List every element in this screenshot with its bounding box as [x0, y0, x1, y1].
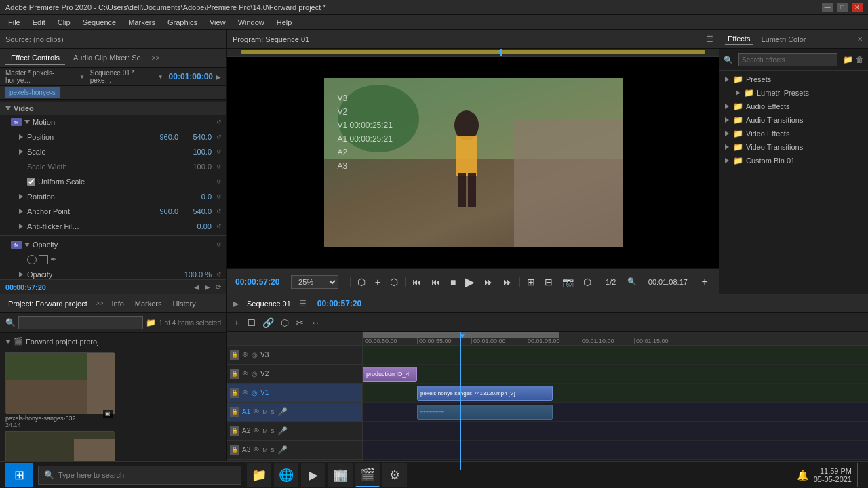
menu-view[interactable]: View: [204, 17, 231, 28]
ec-position-x[interactable]: 960.0: [148, 133, 178, 141]
prog-step-back[interactable]: ⏮: [429, 275, 443, 289]
taskbar-browser[interactable]: 🌐: [274, 463, 298, 487]
track-a3-m[interactable]: M: [262, 447, 268, 453]
effects-item-video-transitions[interactable]: 📁 Video Transitions: [719, 140, 868, 154]
effects-delete-icon[interactable]: 🗑: [856, 55, 864, 64]
effects-panel-close[interactable]: ✕: [857, 35, 863, 43]
tl-markers[interactable]: ⬡: [279, 316, 290, 329]
track-a2-eye[interactable]: 👁: [253, 427, 260, 434]
ec-motion-row[interactable]: fx Motion ↺: [0, 115, 226, 129]
taskbar-start-button[interactable]: ⊞: [5, 463, 33, 487]
track-a2-mic[interactable]: 🎤: [277, 426, 288, 436]
project-file-row[interactable]: 🎬 Forward project.prproj: [5, 336, 221, 347]
menu-edit[interactable]: Edit: [27, 17, 51, 28]
ec-pen-icon[interactable]: ✒: [50, 255, 57, 264]
ec-motion-reset[interactable]: ↺: [214, 117, 224, 127]
tab-effects[interactable]: Effects: [725, 33, 753, 45]
effects-item-presets[interactable]: 📁 Presets: [719, 73, 868, 86]
prog-add-marker[interactable]: +: [372, 275, 383, 289]
ec-bottom-btn3[interactable]: ⟳: [216, 283, 221, 291]
effects-new-folder-icon[interactable]: 📁: [843, 55, 853, 64]
tab-effect-controls[interactable]: Effect Controls: [5, 52, 65, 65]
taskbar-premiere[interactable]: 🎬: [355, 463, 380, 487]
track-v2-eye[interactable]: 👁: [242, 370, 249, 378]
prog-overwrite-frame[interactable]: ⊟: [542, 275, 555, 289]
taskbar-media-player[interactable]: ▶: [301, 463, 326, 487]
track-a2-lock[interactable]: 🔒: [230, 426, 239, 436]
effects-item-audio-transitions[interactable]: 📁 Audio Transitions: [719, 113, 868, 127]
clip-pexels-video[interactable]: pexels-honye-sanges-7413120.mp4 [V]: [417, 386, 553, 401]
menu-help[interactable]: Help: [271, 17, 298, 28]
track-a1-mic[interactable]: 🎤: [277, 407, 288, 417]
ec-anchor-y[interactable]: 540.0: [181, 207, 212, 216]
menu-sequence[interactable]: Sequence: [77, 17, 122, 28]
ec-antiflicker-value[interactable]: 0.00: [181, 222, 212, 230]
track-a3-lock[interactable]: 🔒: [230, 445, 239, 455]
taskbar-show-desktop[interactable]: [857, 463, 863, 487]
ec-scale-width-reset[interactable]: ↺: [214, 162, 224, 171]
taskbar-search-box[interactable]: 🔍 Type here to search: [38, 466, 241, 485]
ec-anchor-x[interactable]: 960.0: [148, 207, 178, 216]
effects-item-audio-effects[interactable]: 📁 Audio Effects: [719, 100, 868, 113]
panel-tabs-extra[interactable]: >>: [152, 54, 160, 62]
ec-arrow-right[interactable]: ▶: [216, 73, 221, 81]
effects-item-video-effects[interactable]: 📁 Video Effects: [719, 127, 868, 140]
menu-clip[interactable]: Clip: [52, 17, 76, 28]
ec-scale-value[interactable]: 100.0: [181, 148, 212, 156]
taskbar-store[interactable]: 🏢: [328, 463, 353, 487]
track-a1-eye[interactable]: 👁: [253, 408, 260, 415]
program-menu-icon[interactable]: ☰: [706, 35, 713, 44]
thumb-item-0[interactable]: ▣ pexels-honye-sanges-532… 24:14: [5, 352, 114, 428]
ec-opacity-val-reset[interactable]: ↺: [214, 270, 224, 279]
track-a2-m[interactable]: M: [262, 428, 268, 434]
taskbar-notification-icon[interactable]: 🔔: [797, 470, 808, 481]
tab-audio-clip-mixer[interactable]: Audio Clip Mixer: Se: [68, 52, 146, 65]
track-v2-target[interactable]: ◎: [252, 370, 258, 378]
tab-history[interactable]: History: [170, 298, 199, 309]
prog-add-button[interactable]: +: [699, 274, 711, 289]
ec-antiflicker-reset[interactable]: ↺: [214, 222, 224, 231]
minimize-button[interactable]: —: [822, 3, 833, 12]
project-expand-icon[interactable]: >>: [96, 300, 104, 307]
track-a3-eye[interactable]: 👁: [253, 446, 260, 453]
project-search-input[interactable]: [18, 316, 143, 329]
tab-lumetri-color[interactable]: Lumetri Color: [758, 34, 808, 45]
ec-position-reset[interactable]: ↺: [214, 132, 224, 142]
track-a1-lock[interactable]: 🔒: [230, 407, 239, 417]
ec-rotation-reset[interactable]: ↺: [214, 192, 224, 201]
ec-scale-reset[interactable]: ↺: [214, 147, 224, 157]
ec-anchor-reset[interactable]: ↺: [214, 207, 224, 216]
tl-snap[interactable]: ⧠: [245, 316, 257, 329]
ec-uniform-scale-row[interactable]: Uniform Scale ↺: [8, 174, 226, 189]
menu-window[interactable]: Window: [233, 17, 270, 28]
ec-bottom-btn1[interactable]: ◀: [194, 283, 199, 291]
clip-production-id[interactable]: production ID_4: [363, 367, 417, 382]
prog-camera[interactable]: 📷: [559, 275, 576, 289]
ec-rotation-value[interactable]: 0.0: [181, 192, 212, 201]
track-v3-lock[interactable]: 🔒: [230, 350, 239, 360]
track-v3-eye[interactable]: 👁: [242, 351, 249, 359]
track-v3-target[interactable]: ◎: [252, 351, 258, 359]
tl-link[interactable]: 🔗: [261, 316, 275, 329]
track-v1-target[interactable]: ◎: [252, 389, 258, 396]
tab-markers[interactable]: Markers: [132, 298, 165, 309]
track-a3-s[interactable]: S: [271, 447, 275, 453]
taskbar-file-explorer[interactable]: 📁: [247, 463, 271, 487]
ec-position-y[interactable]: 540.0: [181, 133, 212, 141]
prog-insert-frame[interactable]: ⊞: [524, 275, 538, 289]
tab-project[interactable]: Project: Forward project: [5, 298, 90, 309]
effects-item-custom-bin[interactable]: 📁 Custom Bin 01: [719, 154, 868, 167]
track-a1-s[interactable]: S: [271, 409, 275, 415]
prog-to-in[interactable]: ⏮: [410, 275, 425, 289]
ec-dropdown-arrow[interactable]: ▼: [79, 74, 85, 80]
tab-info[interactable]: Info: [108, 298, 126, 309]
maximize-button[interactable]: □: [837, 3, 848, 12]
ec-uniform-scale-checkbox[interactable]: [27, 178, 35, 186]
clip-audio-a1[interactable]: ≈≈≈≈≈≈≈≈: [417, 405, 553, 420]
ec-opacity-section[interactable]: fx Opacity ↺: [0, 237, 226, 252]
effects-item-lumetri-presets[interactable]: 📁 Lumetri Presets: [719, 86, 868, 100]
taskbar-settings[interactable]: ⚙: [382, 463, 407, 487]
prog-export-frame[interactable]: ⬡: [580, 275, 594, 289]
ec-opacity-val[interactable]: 100.0 %: [181, 270, 212, 279]
timeline-seq-icon[interactable]: ▶: [233, 299, 239, 308]
